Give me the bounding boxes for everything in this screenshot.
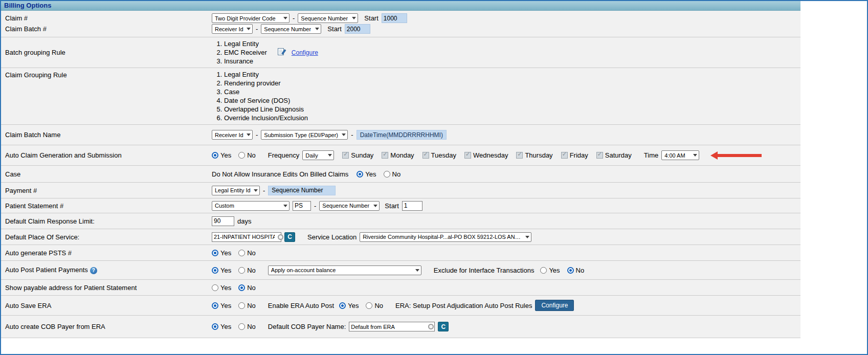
- claim-sequence-select[interactable]: Sequence Number: [298, 13, 358, 23]
- patient-statement-label: Patient Statement #: [5, 202, 212, 210]
- auto-psts-yes-radio[interactable]: [212, 250, 218, 256]
- submission-type-select[interactable]: Submission Type (EDI/Paper): [261, 130, 348, 140]
- payable-address-yes-radio[interactable]: [212, 284, 218, 291]
- search-icon[interactable]: [278, 234, 283, 240]
- no-label: No: [576, 267, 585, 274]
- chevron-down-icon: [693, 154, 697, 157]
- auto-claim-yes-radio[interactable]: [212, 152, 218, 159]
- auto-claim-no-radio[interactable]: [238, 152, 245, 159]
- row-place-of-service: Default Place Of Service: C Service Loca…: [1, 229, 800, 245]
- case-question-label: Do Not Allow Insurance Edits On Billed C…: [212, 170, 348, 178]
- help-icon[interactable]: ?: [90, 267, 97, 274]
- auto-save-era-no-radio[interactable]: [238, 302, 245, 309]
- payable-address-no-radio[interactable]: [238, 284, 245, 291]
- case-edits-yes-radio[interactable]: [357, 171, 363, 178]
- no-label: No: [247, 267, 256, 274]
- grouping-rule-item: Legal Entity: [224, 70, 308, 79]
- page-title: Billing Options: [1, 1, 800, 11]
- batch-start-input[interactable]: [345, 24, 370, 34]
- thursday-checkbox[interactable]: [516, 152, 523, 159]
- yes-label: Yes: [220, 249, 231, 257]
- chevron-down-icon: [373, 205, 377, 207]
- row-auto-psts: Auto generate PSTS # Yes No: [1, 245, 800, 261]
- grouping-rule-item: Override Inclusion/Exclusion: [224, 114, 308, 122]
- batch-name-receiver-select[interactable]: Receiver Id: [212, 130, 253, 140]
- statement-mode-select[interactable]: Custom: [212, 201, 290, 211]
- yes-label: Yes: [348, 302, 359, 309]
- frequency-select[interactable]: Daily: [302, 150, 334, 160]
- row-response-limit: Default Claim Response Limit: days: [1, 213, 800, 229]
- row-claim-batch-name: Claim Batch Name Receiver Id - Submissio…: [1, 125, 800, 145]
- place-of-service-label: Default Place Of Service:: [5, 233, 212, 241]
- claim-start-label: Start: [364, 14, 378, 22]
- time-select[interactable]: 4:00 AM: [661, 150, 699, 160]
- friday-checkbox[interactable]: [561, 152, 568, 159]
- batch-receiver-select[interactable]: Receiver Id: [212, 24, 253, 34]
- response-limit-unit: days: [237, 217, 251, 225]
- case-label: Case: [5, 170, 212, 178]
- frequency-label: Frequency: [268, 151, 299, 159]
- grouping-rule-item: Overlapped Line Diagnosis: [224, 105, 308, 114]
- time-label: Time: [644, 151, 658, 159]
- cob-payer-name-label: Default COB Payer Name:: [268, 323, 346, 330]
- dash-separator: -: [256, 131, 258, 139]
- response-limit-input[interactable]: [212, 216, 234, 226]
- yes-label: Yes: [549, 267, 560, 274]
- case-edits-no-radio[interactable]: [384, 171, 390, 178]
- dash-separator: -: [351, 131, 353, 139]
- auto-claim-label: Auto Claim Generation and Submission: [5, 151, 212, 159]
- auto-psts-label: Auto generate PSTS #: [5, 249, 212, 257]
- grouping-rule-item: Date of Service (DOS): [224, 96, 308, 105]
- place-of-service-c-button[interactable]: C: [284, 232, 295, 242]
- exclude-interface-no-radio[interactable]: [567, 267, 574, 274]
- row-payment-number: Payment # Legal Entity Id - Sequence Num…: [1, 183, 800, 198]
- claim-number-label: Claim #: [5, 14, 212, 22]
- tuesday-checkbox[interactable]: [422, 152, 429, 159]
- batch-grouping-configure-link[interactable]: Configure: [292, 49, 318, 56]
- statement-sequence-select[interactable]: Sequence Number: [319, 201, 380, 211]
- row-auto-save-era: Auto Save ERA Yes No Enable ERA Auto Pos…: [1, 296, 800, 316]
- statement-start-input[interactable]: [402, 201, 422, 211]
- edit-form-icon: [277, 47, 286, 58]
- exclude-interface-yes-radio[interactable]: [540, 267, 547, 274]
- cob-payer-name-input[interactable]: [349, 322, 435, 331]
- wednesday-checkbox[interactable]: [464, 152, 471, 159]
- auto-cob-no-radio[interactable]: [238, 323, 245, 330]
- cob-c-button[interactable]: C: [438, 322, 449, 331]
- auto-cob-yes-radio[interactable]: [212, 323, 218, 330]
- response-limit-label: Default Claim Response Limit:: [5, 217, 212, 225]
- apply-balance-select[interactable]: Apply on-account balance: [268, 265, 421, 275]
- auto-post-yes-radio[interactable]: [212, 267, 218, 274]
- era-setup-rules-label: ERA: Setup Post Adjudication Auto Post R…: [395, 302, 532, 309]
- era-configure-button[interactable]: Configure: [535, 300, 574, 311]
- place-of-service-input[interactable]: [212, 232, 281, 242]
- era-auto-post-no-radio[interactable]: [366, 302, 372, 309]
- no-label: No: [247, 323, 256, 330]
- era-auto-post-yes-radio[interactable]: [339, 302, 346, 309]
- chevron-down-icon: [328, 154, 332, 157]
- row-claim-batch-number: Claim Batch # Receiver Id - Sequence Num…: [1, 24, 800, 37]
- enable-era-auto-post-label: Enable ERA Auto Post: [268, 302, 334, 309]
- auto-cob-label: Auto create COB Payer from ERA: [5, 323, 212, 330]
- auto-post-no-radio[interactable]: [238, 267, 245, 274]
- chevron-down-icon: [254, 189, 258, 192]
- claim-start-input[interactable]: [382, 13, 407, 23]
- auto-psts-no-radio[interactable]: [238, 250, 245, 256]
- claim-grouping-list: Legal Entity Rendering provider Case Dat…: [212, 70, 308, 122]
- auto-post-payments-label: Auto Post Patient Payments?: [5, 266, 212, 274]
- claim-provider-code-select[interactable]: Two Digit Provider Code: [212, 13, 290, 23]
- no-label: No: [247, 302, 256, 309]
- auto-save-era-yes-radio[interactable]: [212, 302, 218, 309]
- saturday-checkbox[interactable]: [596, 152, 603, 159]
- dash-separator: -: [293, 14, 295, 22]
- claim-grouping-label: Claim Grouping Rule: [5, 70, 212, 79]
- monday-checkbox[interactable]: [382, 152, 388, 159]
- statement-prefix-input[interactable]: [293, 201, 311, 211]
- sunday-checkbox[interactable]: [342, 152, 349, 159]
- dash-separator: -: [263, 187, 265, 194]
- batch-sequence-select[interactable]: Sequence Number: [261, 24, 321, 34]
- payment-entity-select[interactable]: Legal Entity Id: [212, 186, 260, 195]
- service-location-select[interactable]: Riverside Community Hospital-P...al-PO B…: [360, 232, 531, 242]
- batch-grouping-label: Batch grouping Rule: [5, 49, 212, 56]
- row-patient-statement: Patient Statement # Custom - Sequence Nu…: [1, 198, 800, 213]
